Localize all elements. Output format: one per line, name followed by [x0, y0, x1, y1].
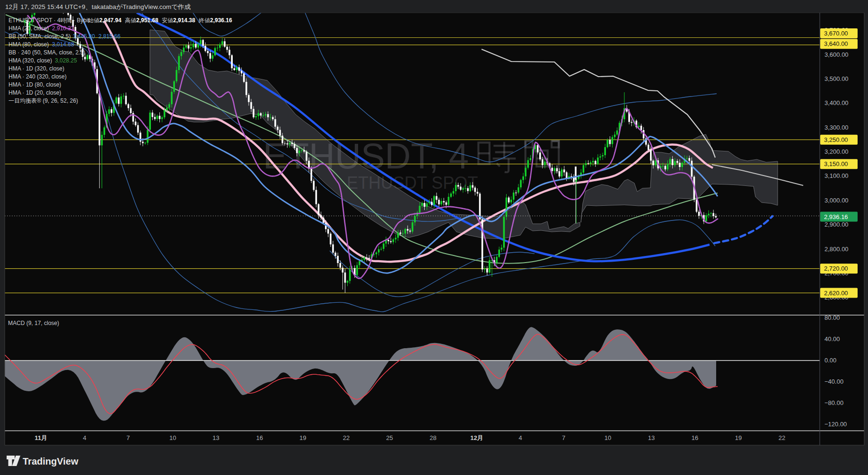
svg-text:BB (50, SMA, close, 2.5): BB (50, SMA, close, 2.5): [9, 33, 70, 40]
svg-text:0.00: 0.00: [824, 357, 836, 364]
svg-text:12月 17, 2025 15:44 UTC+9、takat: 12月 17, 2025 15:44 UTC+9、takatabaがTradin…: [5, 3, 191, 10]
svg-text:HMA (320, close): HMA (320, close): [9, 57, 52, 64]
svg-text:3,445.80: 3,445.80: [73, 33, 95, 40]
svg-text:ETHUSDT SPOT · 4時間 · Bybit: ETHUSDT SPOT · 4時間 · Bybit: [9, 17, 90, 24]
svg-text:2,815.66: 2,815.66: [98, 33, 121, 40]
svg-text:16: 16: [692, 434, 698, 441]
svg-text:3,028.25: 3,028.25: [55, 57, 77, 64]
svg-text:HMA · 1D (80, close): HMA · 1D (80, close): [9, 81, 61, 88]
svg-text:3,640.00: 3,640.00: [824, 40, 848, 47]
svg-text:7: 7: [562, 434, 565, 441]
svg-text:25: 25: [386, 434, 393, 441]
svg-text:19: 19: [735, 434, 742, 441]
svg-text:12月: 12月: [470, 434, 483, 441]
svg-text:10: 10: [169, 434, 176, 441]
svg-text:終値2,936.16: 終値2,936.16: [198, 17, 232, 24]
svg-text:28: 28: [430, 434, 436, 441]
svg-text:22: 22: [779, 434, 785, 441]
svg-text:−40.00: −40.00: [824, 378, 843, 385]
svg-text:HMA (80, close): HMA (80, close): [9, 41, 49, 48]
svg-text:2,910.33: 2,910.33: [52, 25, 74, 32]
svg-text:2,800.00: 2,800.00: [824, 246, 849, 253]
svg-text:3,500.00: 3,500.00: [824, 75, 849, 82]
svg-text:22: 22: [343, 434, 350, 441]
svg-text:始値2,947.94: 始値2,947.94: [88, 17, 122, 24]
svg-text:2,900.00: 2,900.00: [824, 221, 849, 228]
svg-text:高値2,951.68: 高値2,951.68: [125, 17, 158, 24]
svg-text:−80.00: −80.00: [824, 399, 843, 406]
svg-text:19: 19: [299, 434, 306, 441]
svg-text:一目均衡表® (9, 26, 52, 26): 一目均衡表® (9, 26, 52, 26): [9, 97, 78, 104]
svg-text:2,936.16: 2,936.16: [824, 213, 848, 220]
svg-text:3,300.00: 3,300.00: [824, 124, 849, 131]
svg-text:HMA · 1D (320, close): HMA · 1D (320, close): [9, 65, 64, 72]
svg-text:−120.00: −120.00: [824, 421, 847, 428]
svg-text:HMA · 240 (320, close): HMA · 240 (320, close): [9, 73, 67, 80]
svg-text:40.00: 40.00: [824, 335, 840, 343]
svg-text:2,720.00: 2,720.00: [824, 265, 848, 272]
svg-text:3,600.00: 3,600.00: [824, 51, 849, 58]
svg-text:3,150.00: 3,150.00: [824, 160, 848, 167]
svg-text:3,014.68: 3,014.68: [52, 41, 74, 48]
svg-text:16: 16: [256, 434, 263, 441]
svg-text:2,620.00: 2,620.00: [824, 290, 848, 297]
svg-text:安値2,914.38: 安値2,914.38: [162, 17, 195, 24]
svg-text:4: 4: [83, 434, 86, 441]
svg-text:3,670.00: 3,670.00: [824, 30, 848, 37]
svg-text:BB · 240 (50, SMA, close, 2.5): BB · 240 (50, SMA, close, 2.5): [9, 49, 85, 56]
svg-text:10: 10: [605, 434, 611, 441]
svg-text:3,200.00: 3,200.00: [824, 148, 849, 155]
svg-text:7: 7: [126, 434, 130, 441]
svg-text:HMA (20, close): HMA (20, close): [9, 25, 49, 32]
svg-text:ETHUSDT, 4: ETHUSDT, 4: [263, 136, 469, 176]
svg-text:13: 13: [648, 434, 655, 441]
svg-text:TradingView: TradingView: [23, 456, 79, 466]
svg-text:13: 13: [212, 434, 219, 441]
svg-text:80.00: 80.00: [824, 314, 840, 321]
svg-text:11月: 11月: [35, 434, 47, 441]
svg-text:HMA · 1D (20, close): HMA · 1D (20, close): [9, 89, 61, 96]
svg-text:3,000.00: 3,000.00: [824, 197, 849, 204]
svg-text:3,100.00: 3,100.00: [824, 172, 849, 179]
svg-text:MACD (9, 17, close): MACD (9, 17, close): [8, 320, 59, 326]
svg-text:3,250.00: 3,250.00: [824, 136, 848, 143]
svg-text:3,400.00: 3,400.00: [824, 99, 849, 106]
svg-text:4: 4: [518, 434, 522, 441]
